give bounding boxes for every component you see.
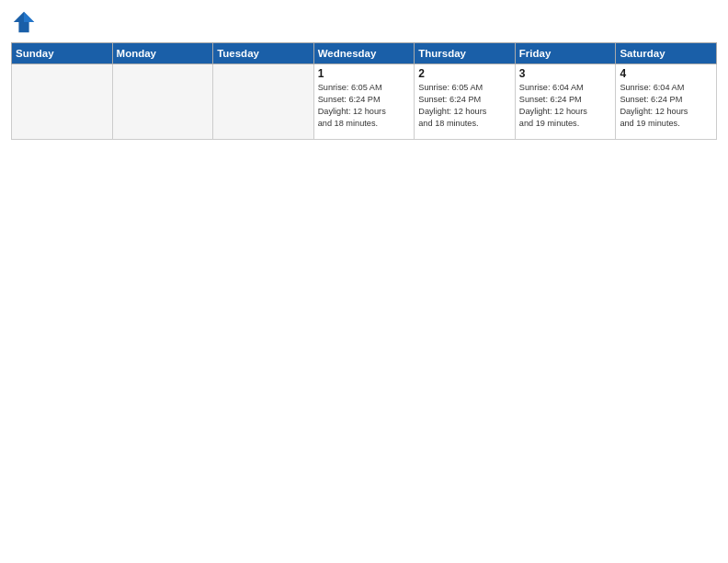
day-cell: 4Sunrise: 6:04 AMSunset: 6:24 PMDaylight… xyxy=(616,64,717,140)
logo xyxy=(11,9,40,35)
day-info: Sunrise: 6:04 AMSunset: 6:24 PMDaylight:… xyxy=(519,82,612,130)
weekday-header-wednesday: Wednesday xyxy=(313,43,415,64)
day-cell xyxy=(112,64,213,140)
day-number: 1 xyxy=(318,67,411,80)
svg-marker-1 xyxy=(24,12,34,22)
weekday-header-saturday: Saturday xyxy=(616,43,717,64)
day-cell: 3Sunrise: 6:04 AMSunset: 6:24 PMDaylight… xyxy=(515,64,616,140)
weekday-header-tuesday: Tuesday xyxy=(213,43,314,64)
header xyxy=(11,9,717,35)
day-cell: 2Sunrise: 6:05 AMSunset: 6:24 PMDaylight… xyxy=(415,64,516,140)
logo-icon xyxy=(11,9,37,35)
day-info: Sunrise: 6:05 AMSunset: 6:24 PMDaylight:… xyxy=(318,82,411,130)
calendar: SundayMondayTuesdayWednesdayThursdayFrid… xyxy=(11,42,717,140)
day-number: 4 xyxy=(620,67,712,80)
week-row-1: 1Sunrise: 6:05 AMSunset: 6:24 PMDaylight… xyxy=(12,64,717,140)
weekday-header-thursday: Thursday xyxy=(415,43,516,64)
weekday-header-monday: Monday xyxy=(112,43,213,64)
weekday-header-sunday: Sunday xyxy=(12,43,113,64)
day-number: 2 xyxy=(418,67,511,80)
day-cell: 1Sunrise: 6:05 AMSunset: 6:24 PMDaylight… xyxy=(313,64,415,140)
day-info: Sunrise: 6:05 AMSunset: 6:24 PMDaylight:… xyxy=(418,82,511,130)
day-number: 3 xyxy=(519,67,612,80)
weekday-header-row: SundayMondayTuesdayWednesdayThursdayFrid… xyxy=(12,43,717,64)
page: SundayMondayTuesdayWednesdayThursdayFrid… xyxy=(0,0,728,563)
weekday-header-friday: Friday xyxy=(515,43,616,64)
day-info: Sunrise: 6:04 AMSunset: 6:24 PMDaylight:… xyxy=(620,82,712,130)
day-cell xyxy=(213,64,314,140)
day-cell xyxy=(12,64,113,140)
